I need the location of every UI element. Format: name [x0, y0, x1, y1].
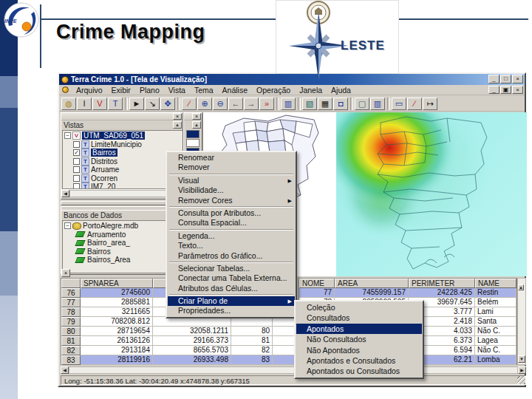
row-number[interactable]: 80	[61, 327, 81, 336]
minimize-button[interactable]: _	[488, 75, 499, 83]
view-root-label[interactable]: UTM_SAD69_051	[82, 132, 145, 140]
tree-item-database-root[interactable]: − PortoAlegre.mdb	[63, 222, 182, 231]
row-number-header[interactable]	[61, 279, 81, 288]
cell[interactable]: 28119916	[81, 355, 153, 365]
submenu-item-apontados-e-consultados[interactable]: Apontados e Consultados	[296, 355, 422, 366]
toolbar-database-button[interactable]: ◍	[61, 98, 76, 110]
row-number[interactable]: 78	[61, 307, 81, 317]
cell[interactable]: Belém	[475, 298, 516, 307]
toolbar-info-balloon-button[interactable]: ◘	[333, 98, 348, 110]
legend-grab-row[interactable]: ×	[184, 113, 202, 120]
scroll-up-icon[interactable]: ▲	[518, 284, 524, 290]
expand-icon[interactable]: −	[64, 132, 71, 139]
submenu-item-nao-consultados[interactable]: Não Consultados	[296, 334, 422, 344]
toolbar-select-corner-button[interactable]: ↘	[145, 98, 160, 110]
submenu-item-apontados-ou-consultados[interactable]: Apontados ou Consultados	[296, 366, 422, 376]
tree-item-bairro-area-layer[interactable]: Bairro_area_	[63, 239, 182, 248]
theme-label[interactable]: IM7_20	[91, 183, 115, 189]
menu-item-visual[interactable]: Visual ▶	[168, 176, 295, 185]
tree-item-bairros-layer[interactable]: Bairros	[63, 248, 182, 256]
cell[interactable]	[273, 336, 295, 346]
table-vscrollbar[interactable]: ▲ ▼	[517, 278, 526, 365]
toolbar-fly-button[interactable]: »	[259, 98, 274, 110]
menu-item-consulta-por-atributos[interactable]: Consulta por Atributos...	[168, 208, 295, 218]
tree-item-ocorren[interactable]: T Ocorren	[63, 174, 183, 183]
scroll-left-icon[interactable]: ◀	[61, 366, 69, 374]
mdi-close-button[interactable]: ×	[512, 86, 523, 94]
scroll-right-icon[interactable]: ▶	[518, 366, 526, 374]
menu-item-consulta-espacial[interactable]: Consulta Espacial...	[168, 218, 295, 228]
menu-item-remover-cores[interactable]: Remover Cores ▶	[168, 196, 295, 205]
toolbar-distance-button[interactable]: ∕	[182, 98, 197, 110]
table-row[interactable]: 83 28119916 26933.498 83	[61, 355, 295, 365]
menu-item-parametros-grafico[interactable]: Parâmetros do Gráfico...	[168, 251, 295, 261]
menu-vista[interactable]: Vista	[164, 86, 190, 95]
toolbar-zoom-in-button[interactable]: ⊕	[197, 98, 212, 110]
row-number[interactable]: 82	[61, 346, 81, 355]
toolbar-pan-button[interactable]: ✥	[160, 98, 175, 110]
toolbar-chart-button[interactable]: ▧	[302, 98, 317, 110]
toolbar-zoom-out-button[interactable]: ⊖	[213, 98, 228, 110]
toolbar-text-i-button[interactable]: I	[77, 98, 92, 110]
row-number[interactable]: 83	[61, 355, 81, 365]
toolbar-previous-button[interactable]: ←	[228, 98, 243, 110]
vistas-grab-row[interactable]: ×	[61, 113, 183, 120]
cell[interactable]: Não C.	[475, 327, 516, 336]
submenu-item-nao-apontados[interactable]: Não Apontados	[296, 345, 422, 355]
menu-item-selecionar-tabelas[interactable]: Selecionar Tabelas...	[168, 264, 295, 273]
vistas-close-icon[interactable]: ×	[173, 113, 182, 120]
cell[interactable]: 2745600	[81, 288, 153, 298]
menu-ajuda[interactable]: Ajuda	[327, 86, 355, 95]
menu-item-visibilidade[interactable]: Visibilidade...	[168, 185, 295, 195]
tree-item-im7[interactable]: T IM7_20	[63, 183, 183, 189]
tree-item-arruame[interactable]: T Arruame	[63, 166, 183, 174]
table-row[interactable]: 80 28719654 32058.1211 80	[61, 327, 295, 336]
tree-item-view-root[interactable]: − V UTM_SAD69_051	[63, 132, 183, 140]
cell[interactable]: 3211665	[81, 307, 153, 317]
menu-analise[interactable]: Análise	[218, 86, 252, 95]
theme-label[interactable]: Distritos	[91, 157, 117, 166]
cell[interactable]: 29166.373	[153, 336, 231, 346]
cell[interactable]: 8656.5703	[153, 346, 231, 355]
submenu-item-apontados[interactable]: Apontados	[296, 324, 422, 334]
close-button[interactable]: ×	[512, 75, 523, 83]
cell[interactable]	[273, 355, 295, 365]
layer-label[interactable]: Bairros	[87, 248, 111, 256]
vistas-scroll-up-icon[interactable]: ▲	[173, 121, 182, 129]
column-header-name[interactable]: NAME	[475, 279, 516, 288]
cell[interactable]: Restin	[475, 288, 516, 298]
tree-item-distritos[interactable]: T Distritos	[63, 157, 183, 166]
menu-plano[interactable]: Plano	[135, 86, 164, 95]
row-number[interactable]: 79	[61, 317, 81, 327]
scroll-down-icon[interactable]: ▼	[518, 355, 525, 363]
layer-label[interactable]: Bairros_Area	[87, 256, 130, 264]
tree-item-limitemunicipio[interactable]: T LimiteMunicipio	[63, 140, 183, 149]
cell[interactable]: 7455999.157	[335, 288, 409, 298]
menu-janela[interactable]: Janela	[295, 86, 327, 95]
cell[interactable]: Lami	[475, 307, 516, 317]
resize-grip[interactable]	[517, 376, 525, 384]
cell[interactable]: Não C.	[475, 346, 516, 355]
tree-item-bairros-area-layer[interactable]: Bairros_Area	[63, 256, 182, 265]
menu-arquivo[interactable]: Arquivo	[72, 86, 107, 95]
submenu-item-consultados[interactable]: Consultados	[296, 313, 422, 323]
theme-label[interactable]: Bairros	[91, 149, 117, 157]
cell[interactable]: 83	[231, 355, 273, 365]
row-number[interactable]: 76	[61, 288, 81, 298]
theme-label[interactable]: LimiteMunicipio	[91, 140, 142, 149]
cell[interactable]: Lagea	[475, 336, 516, 346]
column-header-nome[interactable]: NOME	[299, 279, 335, 288]
row-number[interactable]: 81	[61, 336, 81, 346]
mdi-minimize-button[interactable]: _	[488, 86, 499, 94]
cell[interactable]: 708208.812	[81, 317, 153, 327]
cell[interactable]: Lomba	[475, 355, 516, 365]
table-row[interactable]: 77 7455999.157 24228.425 Restin	[299, 288, 516, 298]
menu-item-renomear[interactable]: Renomear	[168, 153, 295, 163]
submenu-item-colecao[interactable]: Coleção	[296, 302, 422, 313]
toolbar-next-button[interactable]: →	[244, 98, 259, 110]
menu-exibir[interactable]: Exibir	[107, 86, 135, 95]
theme-label[interactable]: Ocorren	[91, 174, 117, 183]
vistas-hscrollbar[interactable]: ◀	[61, 189, 183, 197]
column-header-area[interactable]: AREA	[335, 279, 409, 288]
cell[interactable]: 81	[231, 336, 273, 346]
